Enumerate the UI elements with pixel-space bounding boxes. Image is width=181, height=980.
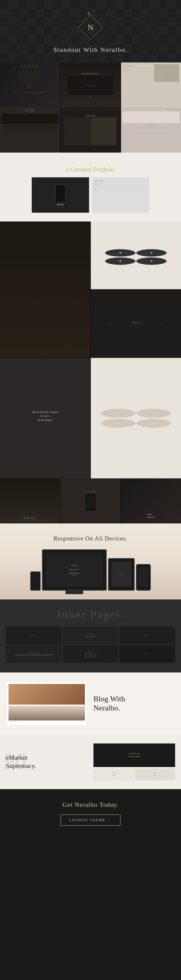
carousel-icon: ◇ bbox=[6, 161, 175, 165]
grid-row-1: TIVE AGENCY Best for the Business We Are… bbox=[0, 62, 181, 108]
thumb-dark-landscape[interactable]: ◇ bbox=[0, 221, 90, 357]
thumb-watches-right[interactable]: ◇ ⌚ ⌚ ⌚ ⌚ bbox=[91, 221, 181, 289]
blog-title-container: Blog With Neralbo. bbox=[93, 694, 175, 713]
blog-title: Blog With Neralbo. bbox=[93, 694, 175, 713]
responsive-section: Responsive On All Devices. VideoShowreel… bbox=[0, 523, 181, 600]
hero-section: · N · N Standout With Neralbo. bbox=[0, 0, 181, 62]
emarket-title: eMarket Supremacy. bbox=[6, 754, 88, 770]
carousel-info: LEATHER WATCH APT bbox=[92, 177, 149, 213]
small-phone-device bbox=[30, 571, 41, 590]
devices-container: VideoShowreel. DARK SOULSALL DODARK SOUL… bbox=[6, 549, 175, 593]
thumb-not-greatest[interactable]: This Is Not The Greatest Portfolio In th… bbox=[0, 358, 90, 478]
thumb-best-business[interactable]: Best for the Business We Are Agencyand O… bbox=[61, 62, 120, 108]
watch-2: ⌚ bbox=[135, 768, 175, 780]
blog-img-sunset bbox=[8, 684, 85, 705]
thumb-dark-right-2[interactable]: NERALBO Theme Demo bbox=[91, 290, 181, 358]
inner-thumb-show[interactable]: This Is Show bbox=[119, 627, 175, 644]
blog-img-arch bbox=[8, 706, 85, 721]
carousel-title: A Carousel Portfolio. bbox=[6, 166, 175, 173]
grid-row-4: This Is Not The Greatest Portfolio In th… bbox=[0, 358, 181, 478]
inner-thumb-products[interactable]: Products bbox=[63, 645, 118, 663]
hero-letter: N bbox=[88, 23, 93, 32]
thumb-creative-agency[interactable]: TIVE AGENCY bbox=[0, 62, 60, 108]
thumb-pinterest-blog[interactable]: Pinterest Blog bbox=[61, 108, 120, 153]
thumb-phone-center[interactable]: A New Daze Project ◉ bbox=[61, 478, 120, 523]
thumb-watches-product[interactable]: ◇ ⌚ ⌚ ⌚ ⌚ Shop Now → bbox=[91, 358, 181, 478]
carousel-section: ◇ A Carousel Portfolio. LEATHER WATCH AP… bbox=[0, 153, 181, 221]
grid-row-3: ◇ ◇ ⌚ ⌚ ⌚ ⌚ NERALBO Theme Demo bbox=[0, 221, 181, 358]
cta-section: Get Neralbo Today. LAUNCH THEME → bbox=[0, 789, 181, 837]
grid-row-5: AQUILA A New Daze Project ◉ VideoShowree… bbox=[0, 478, 181, 523]
inner-grid-1: About Us Our Staff This Is Show bbox=[6, 627, 175, 644]
emarket-watches-grid: ⌚ ⌚ bbox=[93, 768, 175, 780]
blog-mockup: Pinterest Blog bbox=[6, 681, 88, 726]
thumb-aquila[interactable]: AQUILA bbox=[0, 478, 60, 523]
responsive-title: Responsive On All Devices. bbox=[6, 535, 175, 542]
grid-row-2: Hi, I'm Thomas, A Creative Blog. Pintere… bbox=[0, 108, 181, 153]
hero-dots-top: · N · bbox=[70, 12, 111, 16]
thumb-numbers[interactable]: Best by The Numbers There were No Such T… bbox=[121, 108, 181, 153]
cta-title: Get Neralbo Today. bbox=[6, 801, 175, 808]
blog-section: Pinterest Blog Blog With Neralbo. bbox=[0, 673, 181, 735]
monitor-device: VideoShowreel. DARK SOULSALL bbox=[42, 549, 107, 590]
watch-1: ⌚ bbox=[93, 768, 134, 780]
inner-thumb-clients[interactable]: These Are Our Clients bbox=[6, 645, 62, 663]
inner-pages-section: Inner Pages. About Us Our Staff This Is … bbox=[0, 600, 181, 673]
carousel-demo: LEATHER WATCH APT bbox=[32, 177, 149, 213]
tablet-device: DODARK SOULSALL bbox=[108, 558, 135, 590]
thumb-yeah-b[interactable]: YEAH B And TheOnline Shop img bbox=[121, 62, 181, 108]
inner-pages-title: Inner Pages. bbox=[6, 608, 175, 620]
mobile-device-right bbox=[136, 564, 151, 590]
hero-tagline: Standout With Neralbo. bbox=[6, 46, 175, 54]
carousel-phone bbox=[32, 177, 89, 213]
emarket-mockup: Italian Body& Quartz Heart ⌚ ⌚ bbox=[93, 743, 175, 780]
thumb-video-showreel[interactable]: VideoShowreel. → bbox=[121, 478, 181, 523]
hero-logo: · N · N bbox=[70, 12, 111, 38]
emarket-watch-hero: Italian Body& Quartz Heart bbox=[93, 743, 175, 767]
inner-thumb-staff[interactable]: Our Staff bbox=[63, 627, 118, 644]
blog-mockup-container: Pinterest Blog bbox=[6, 681, 88, 726]
emarket-section: 90 eMarket Supremacy. Italian Body& Quar… bbox=[0, 735, 181, 789]
inner-thumb-coming-soon[interactable]: Coming Soon bbox=[119, 645, 175, 663]
thumb-hi-thomas[interactable]: Hi, I'm Thomas, A Creative Blog. bbox=[0, 108, 60, 153]
inner-thumb-about[interactable]: About Us bbox=[6, 627, 62, 644]
inner-grid-2: These Are Our Clients Products Coming So… bbox=[6, 645, 175, 663]
emarket-title-container: 90 eMarket Supremacy. bbox=[6, 754, 88, 770]
launch-theme-button[interactable]: LAUNCH THEME → bbox=[61, 815, 121, 826]
hero-logo-diamond: N bbox=[78, 15, 103, 40]
